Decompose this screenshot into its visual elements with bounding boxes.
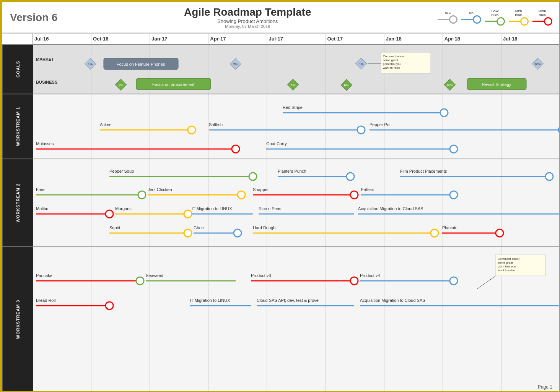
svg-text:6%: 6% <box>344 83 349 87</box>
ws3-svg: Comment about some great point that you … <box>33 247 560 392</box>
svg-point-110 <box>450 277 457 285</box>
col-jan18: Jan-18 <box>384 34 443 44</box>
svg-point-74 <box>184 210 192 218</box>
svg-text:Pancake: Pancake <box>36 273 52 278</box>
svg-text:Morgans: Morgans <box>115 206 132 211</box>
svg-text:want to raise: want to raise <box>497 269 515 272</box>
svg-text:Pepper Pot: Pepper Pot <box>370 122 391 127</box>
version-label: Version 6 <box>10 11 58 24</box>
goals-section: GOALS MARKET 1% Focus on Feature Phon <box>2 45 560 94</box>
svg-text:Red Stripe: Red Stripe <box>283 105 303 110</box>
ws1-svg: Red Stripe Ackee Saltfish Pepper Pot <box>33 94 560 159</box>
col-jul16: Jul-16 <box>33 34 91 44</box>
svg-point-38 <box>357 126 365 134</box>
svg-text:Snapper: Snapper <box>253 187 269 192</box>
svg-point-65 <box>350 191 358 199</box>
ws2-label: WORKSTREAM 2 <box>2 159 33 246</box>
svg-text:Pepper Soup: Pepper Soup <box>109 169 134 173</box>
legend-high-risk: HIGHRISK <box>532 10 552 26</box>
svg-text:Revisit Strategy: Revisit Strategy <box>482 82 511 87</box>
svg-point-62 <box>238 191 245 199</box>
svg-point-90 <box>431 229 438 237</box>
svg-point-102 <box>136 277 144 285</box>
svg-text:Fries: Fries <box>36 187 46 192</box>
title-block: Agile Roadmap Template Showing Product A… <box>184 6 311 29</box>
svg-text:Squid: Squid <box>109 225 120 230</box>
svg-text:Seaweed: Seaweed <box>146 273 163 278</box>
main-title: Agile Roadmap Template <box>184 6 311 18</box>
svg-point-107 <box>350 277 358 285</box>
svg-text:2%: 2% <box>233 62 238 66</box>
legend-ok: OK <box>461 11 481 24</box>
svg-text:2%: 2% <box>118 83 123 87</box>
header: Version 6 Agile Roadmap Template Showing… <box>2 2 560 33</box>
svg-text:Product v3: Product v3 <box>251 273 271 278</box>
col-jul18: Jul-18 <box>501 34 560 44</box>
svg-point-44 <box>232 145 239 153</box>
svg-point-68 <box>450 191 457 199</box>
ws1-content: Red Stripe Ackee Saltfish Pepper Pot <box>33 94 560 159</box>
svg-point-113 <box>106 302 113 309</box>
legend: TBC OK <box>438 10 552 26</box>
svg-line-99 <box>477 276 496 289</box>
svg-point-59 <box>138 191 146 199</box>
svg-text:point that you: point that you <box>383 62 401 66</box>
col-jul17: Jul-17 <box>267 34 326 44</box>
col-oct17: Oct-17 <box>326 34 384 44</box>
svg-text:Acquisition Migration to Cloud: Acquisition Migration to Cloud SAS <box>360 298 425 303</box>
col-jan17: Jan-17 <box>150 34 208 44</box>
svg-text:Malibu: Malibu <box>36 206 48 211</box>
svg-point-93 <box>496 229 503 237</box>
ws1-section: WORKSTREAM 1 Red Stripe Ackee <box>2 94 560 159</box>
svg-text:10%: 10% <box>446 83 453 87</box>
svg-text:Acquisition Migration to Cloud: Acquisition Migration to Cloud SAS <box>358 206 423 211</box>
svg-text:point that you: point that you <box>498 265 516 268</box>
svg-text:10%: 10% <box>534 62 541 66</box>
svg-text:want to raise: want to raise <box>383 66 400 70</box>
ws2-content: Pepper Soup Planters Punch Film Product … <box>33 159 560 246</box>
ws2-svg: Pepper Soup Planters Punch Film Product … <box>33 159 560 246</box>
svg-text:Film Product Placements: Film Product Placements <box>400 169 447 173</box>
ws3-label: WORKSTREAM 3 <box>2 247 33 392</box>
svg-text:4%: 4% <box>290 83 295 87</box>
svg-text:Hard Dough: Hard Dough <box>253 225 275 230</box>
svg-point-32 <box>440 109 448 117</box>
page-number: Page 1 <box>538 384 552 390</box>
goals-svg: MARKET 1% Focus on Feature Phones 2% 3% <box>33 45 560 94</box>
ws1-label: WORKSTREAM 1 <box>2 94 33 159</box>
svg-text:BUSINESS: BUSINESS <box>36 80 57 84</box>
svg-text:Product v4: Product v4 <box>360 273 380 278</box>
svg-text:Comment about: Comment about <box>383 55 405 58</box>
svg-text:Rice n Peas: Rice n Peas <box>259 206 282 211</box>
svg-text:Molasses: Molasses <box>36 141 54 146</box>
svg-text:Ackee: Ackee <box>100 122 112 127</box>
svg-point-84 <box>184 229 192 237</box>
legend-tbc: TBC <box>438 11 457 24</box>
svg-text:Jerk Chicken: Jerk Chicken <box>148 187 172 192</box>
legend-low-risk: LOWRISK <box>485 10 505 26</box>
svg-text:Planters Punch: Planters Punch <box>278 169 306 173</box>
svg-point-47 <box>450 145 457 153</box>
svg-text:MARKET: MARKET <box>36 57 54 62</box>
svg-point-53 <box>347 173 354 180</box>
col-apr17: Apr-17 <box>208 34 267 44</box>
svg-text:3%: 3% <box>358 62 363 66</box>
svg-text:some great: some great <box>383 58 399 62</box>
svg-text:1%: 1% <box>88 62 93 66</box>
date-label: Monday, 07 March 2016 <box>184 24 311 29</box>
col-oct16: Oct-16 <box>91 34 150 44</box>
svg-point-41 <box>558 126 560 134</box>
svg-text:IT Migration to LINUX: IT Migration to LINUX <box>190 298 230 303</box>
svg-point-71 <box>106 210 113 218</box>
svg-text:Saltfish: Saltfish <box>209 122 223 127</box>
svg-text:Focus on Feature Phones: Focus on Feature Phones <box>117 62 165 66</box>
goals-label: GOALS <box>2 45 33 94</box>
legend-med-risk: MEDRISK <box>509 10 529 26</box>
svg-text:Bread Roll: Bread Roll <box>36 298 55 303</box>
svg-text:IT Migration to LINUX: IT Migration to LINUX <box>192 206 232 211</box>
goals-content: MARKET 1% Focus on Feature Phones 2% 3% <box>33 45 560 94</box>
svg-text:Cloud SAS API; dev, test & pro: Cloud SAS API; dev, test & prove <box>257 298 319 303</box>
col-apr18: Apr-18 <box>443 34 501 44</box>
svg-text:Comment about: Comment about <box>498 257 520 261</box>
ws2-section: WORKSTREAM 2 Pepper Soup Planters Punch <box>2 159 560 247</box>
